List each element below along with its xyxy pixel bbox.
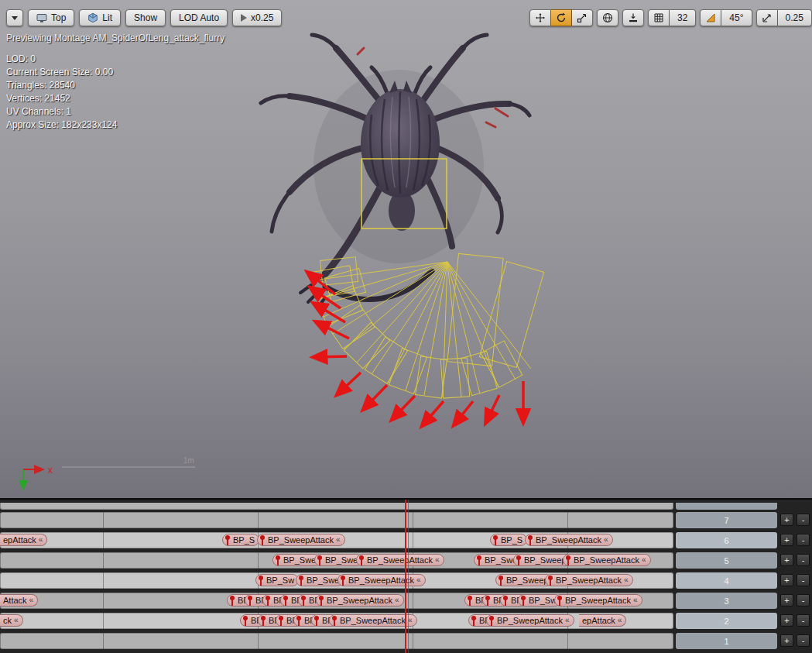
notify-track[interactable]: Attack«BPBPBPBPBPBP_SweepAttack«BPBPBPBP… — [0, 593, 673, 609]
notify-link-icon: « — [565, 617, 570, 624]
notify-marker[interactable]: BP_Swe — [314, 554, 362, 566]
world-space-toggle[interactable] — [597, 9, 618, 26]
notify-marker[interactable]: epAttack« — [0, 534, 47, 546]
notify-marker[interactable]: BP_Swe — [296, 574, 344, 586]
remove-track-button[interactable]: - — [797, 614, 810, 627]
scale-snap-toggle[interactable] — [756, 9, 778, 26]
notify-track[interactable]: BP_SweBP_SweBP_SweepAttack«BP_SweBP_Swee… — [0, 552, 673, 569]
notify-label: BP_Sweep — [506, 576, 548, 585]
notify-link-icon: « — [39, 536, 43, 544]
notify-marker[interactable]: BP_SweepAttack« — [545, 574, 633, 586]
track-buttons: +- — [780, 634, 810, 647]
playhead[interactable] — [405, 500, 406, 653]
notify-track[interactable]: BP_SwBP_SweBP_SweepAttack«BP_SweepBP_Swe… — [0, 572, 673, 589]
track-buttons: +- — [780, 574, 810, 586]
add-track-button[interactable]: + — [780, 634, 793, 647]
viewport-options-button[interactable] — [6, 9, 23, 26]
add-track-button[interactable]: + — [780, 514, 793, 526]
notify-label: epAttack — [582, 616, 615, 625]
angle-snap-toggle[interactable] — [700, 9, 721, 26]
surface-snap-toggle[interactable] — [622, 9, 644, 26]
partial-track[interactable] — [0, 503, 673, 510]
notify-marker[interactable]: BP_SweepAttack« — [563, 554, 651, 566]
notify-track[interactable]: ck«BPBPBPBPBPBP_SweepAttack«BPBP_SweepAt… — [0, 613, 673, 629]
notify-link-icon: « — [618, 617, 622, 624]
notify-marker[interactable]: ck« — [0, 614, 23, 627]
notify-marker[interactable]: BP_SweepAttack« — [554, 594, 642, 607]
grid-line — [103, 552, 104, 569]
notify-marker[interactable]: BP_SweepAttack« — [316, 594, 404, 607]
show-menu-button[interactable]: Show — [125, 9, 166, 26]
add-track-button[interactable]: + — [780, 614, 793, 627]
remove-track-button[interactable]: - — [797, 534, 810, 546]
remove-track-button[interactable]: - — [797, 574, 810, 586]
play-icon — [241, 14, 247, 22]
notify-marker[interactable]: BP_SweepAttack« — [329, 614, 417, 627]
notify-marker[interactable]: BP_S — [490, 534, 527, 546]
montage-preview-label: Previewing Montage AM_SpiderOfLeng_attac… — [6, 33, 224, 43]
notify-marker[interactable]: BP_SweepAttack« — [486, 614, 574, 627]
remove-track-button[interactable]: - — [797, 514, 810, 526]
notify-marker[interactable]: BP_SweepAttack« — [525, 534, 613, 546]
rotate-tool-button[interactable] — [551, 9, 572, 26]
notify-pin-icon — [279, 616, 284, 626]
notify-marker[interactable]: Attack« — [0, 594, 38, 607]
grid-snap-toggle[interactable] — [648, 9, 670, 26]
notify-pin-icon — [477, 555, 482, 565]
transform-toolbar: 32 45° 0.25 — [529, 9, 812, 26]
grid-line — [258, 512, 259, 528]
notify-marker[interactable]: BP_Sw — [255, 574, 299, 586]
notify-timeline-panel: 7+-epAttack«BP_SBP_SweepAttack«BP_SBP_Sw… — [0, 498, 812, 653]
grid-line — [413, 593, 413, 609]
add-track-button[interactable]: + — [780, 554, 793, 566]
add-track-button[interactable]: + — [780, 534, 793, 546]
track-buttons: +- — [780, 514, 810, 526]
remove-track-button[interactable]: - — [797, 634, 810, 647]
scale-snap-value-button[interactable]: 0.25 — [778, 9, 812, 26]
notify-link-icon: « — [416, 576, 421, 584]
track-index-panel: 2 — [676, 613, 777, 629]
show-menu-label: Show — [134, 12, 157, 23]
view-mode-button[interactable]: Top — [28, 9, 74, 26]
notify-pin-icon — [489, 616, 495, 626]
notify-track[interactable] — [0, 633, 673, 649]
notify-label: BP_S — [233, 535, 255, 545]
stat-screen-size: Current Screen Size: 0.00 — [6, 66, 117, 79]
angle-snap-value-button[interactable]: 45° — [721, 9, 752, 26]
notify-link-icon: « — [604, 536, 608, 544]
notify-pin-icon — [276, 555, 281, 565]
notify-marker[interactable]: epAttack« — [579, 614, 626, 627]
remove-track-button[interactable]: - — [797, 594, 810, 607]
scale-tool-button[interactable] — [572, 9, 593, 26]
lod-auto-button[interactable]: LOD Auto — [170, 9, 228, 26]
add-track-button[interactable]: + — [780, 594, 793, 607]
notify-pin-icon — [230, 596, 235, 606]
playback-speed-button[interactable]: x0.25 — [232, 9, 282, 26]
notify-label: BP_SweepAttack — [340, 616, 406, 625]
scale-snap-icon — [762, 12, 773, 23]
notify-pin-icon — [259, 576, 264, 586]
translate-tool-button[interactable] — [529, 9, 551, 26]
notify-marker[interactable]: BP_SweepAttack« — [356, 554, 444, 566]
notify-pin-icon — [243, 616, 248, 626]
notify-marker[interactable]: BP_SweepAttack« — [337, 574, 426, 586]
notify-marker[interactable]: BP_Swe — [272, 554, 320, 566]
notify-track[interactable] — [0, 512, 673, 528]
lit-mode-label: Lit — [102, 12, 112, 23]
lit-mode-button[interactable]: Lit — [79, 9, 121, 26]
track-index: 7 — [724, 516, 728, 525]
notify-pin-icon — [359, 555, 365, 565]
notify-track[interactable]: epAttack«BP_SBP_SweepAttack«BP_SBP_Sweep… — [0, 532, 673, 548]
notify-marker[interactable]: BP_S — [222, 534, 259, 546]
grid-snap-value-button[interactable]: 32 — [670, 9, 696, 26]
surface-snap-icon — [628, 12, 639, 23]
remove-track-button[interactable]: - — [797, 554, 810, 566]
viewport-3d[interactable]: 1m x Top Lit Show — [0, 0, 812, 498]
notify-pin-icon — [301, 596, 307, 606]
track-buttons: +- — [780, 614, 810, 627]
stat-approx-size: Approx Size: 182x233x124 — [6, 119, 117, 132]
add-track-button[interactable]: + — [780, 574, 793, 586]
axis-x-label: x — [48, 465, 53, 476]
surface-snap-group — [622, 9, 644, 26]
notify-marker[interactable]: BP_SweepAttack« — [257, 534, 345, 546]
